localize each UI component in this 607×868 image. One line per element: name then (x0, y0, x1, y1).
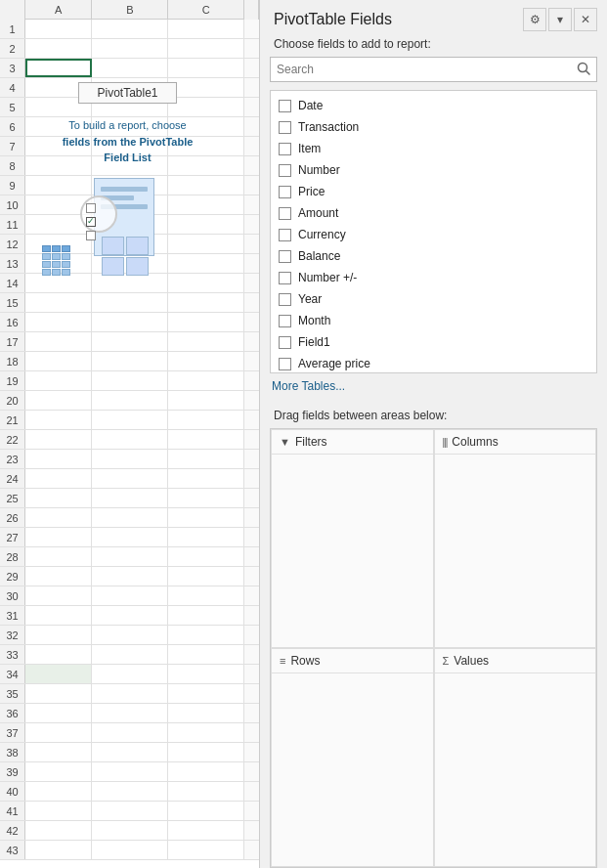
pivot-placeholder: PivotTable1 To build a report, choose fi… (32, 82, 223, 276)
close-button[interactable]: ✕ (574, 8, 597, 31)
field-item-field1[interactable]: Field1 (271, 331, 596, 353)
search-box[interactable] (270, 57, 597, 82)
field-item-amount[interactable]: Amount (271, 202, 596, 224)
table-row[interactable]: 35 (0, 684, 259, 704)
dropdown-button[interactable]: ▾ (548, 8, 572, 31)
table-row[interactable]: 39 (0, 762, 259, 782)
gear-icon: ⚙ (530, 13, 541, 26)
table-row[interactable]: 29 (0, 567, 259, 586)
field-item-number-+/-[interactable]: Number +/- (271, 267, 596, 288)
field-label: Number +/- (298, 271, 357, 284)
field-item-item[interactable]: Item (271, 138, 596, 159)
table-row[interactable]: 36 (0, 704, 259, 723)
field-checkbox-8[interactable] (279, 272, 291, 284)
table-row[interactable]: 14 (0, 274, 259, 293)
table-row[interactable]: 1 (0, 20, 259, 39)
field-checkbox-4[interactable] (279, 186, 291, 198)
table-row[interactable]: 38 (0, 743, 259, 762)
field-checkbox-10[interactable] (279, 315, 291, 327)
field-item-month[interactable]: Month (271, 310, 596, 331)
field-label: Currency (298, 228, 346, 241)
table-row[interactable]: 40 (0, 782, 259, 802)
table-row[interactable]: 21 (0, 411, 259, 430)
table-row[interactable]: 31 (0, 606, 259, 626)
columns-content[interactable] (435, 455, 596, 647)
svg-line-1 (586, 70, 590, 74)
table-row[interactable]: 19 (0, 371, 259, 391)
rows-content[interactable] (272, 673, 433, 866)
table-row[interactable]: 33 (0, 645, 259, 665)
field-label: Price (298, 185, 325, 198)
more-tables-link[interactable]: More Tables... (260, 373, 607, 399)
table-row[interactable]: 3 (0, 59, 259, 78)
search-input[interactable] (277, 63, 577, 76)
rows-icon: ≡ (280, 655, 285, 667)
table-row[interactable]: 16 (0, 313, 259, 332)
col-header-b[interactable]: B (92, 0, 168, 20)
table-row[interactable]: 24 (0, 469, 259, 489)
field-item-currency[interactable]: Currency (271, 224, 596, 245)
field-label: Transaction (298, 120, 359, 134)
values-area[interactable]: Σ Values (434, 648, 597, 867)
field-item-number[interactable]: Number (271, 159, 596, 181)
table-row[interactable]: 43 (0, 841, 259, 860)
table-row[interactable]: 25 (0, 489, 259, 508)
pivot-illustration: ✓ (42, 178, 223, 276)
table-row[interactable]: 26 (0, 508, 259, 528)
table-row[interactable]: 37 (0, 723, 259, 743)
table-row[interactable]: 30 (0, 586, 259, 606)
values-content[interactable] (435, 673, 596, 866)
field-checkbox-12[interactable] (279, 358, 291, 370)
field-checkbox-3[interactable] (279, 164, 291, 177)
table-row[interactable]: 28 (0, 547, 259, 567)
table-row[interactable]: 42 (0, 821, 259, 841)
field-item-date[interactable]: Date (271, 95, 596, 116)
table-row[interactable]: 27 (0, 528, 259, 547)
field-checkbox-1[interactable] (279, 121, 291, 134)
field-checkbox-0[interactable] (279, 100, 291, 112)
table-row[interactable]: 17 (0, 332, 259, 352)
table-row[interactable]: 23 (0, 450, 259, 469)
pivot-title: PivotTable1 (78, 82, 176, 104)
table-row[interactable]: 34 (0, 665, 259, 684)
field-item-transaction[interactable]: Transaction (271, 116, 596, 138)
col-header-scroll (244, 0, 259, 20)
field-item-price[interactable]: Price (271, 181, 596, 202)
rows-header: ≡ Rows (272, 649, 433, 673)
filter-icon: ▼ (280, 436, 290, 448)
col-header-a[interactable]: A (25, 0, 92, 20)
field-label: Average price (298, 357, 370, 370)
filters-header: ▼ Filters (272, 430, 433, 455)
column-headers: A B C (0, 0, 259, 20)
field-item-year[interactable]: Year (271, 288, 596, 310)
field-item-balance[interactable]: Balance (271, 245, 596, 267)
columns-area[interactable]: ||| Columns (434, 429, 597, 648)
filters-content[interactable] (272, 455, 433, 647)
field-checkbox-6[interactable] (279, 229, 291, 241)
table-row[interactable]: 22 (0, 430, 259, 450)
panel-title: PivotTable Fields (274, 11, 392, 28)
rows-area-drop[interactable]: ≡ Rows (271, 648, 434, 867)
filters-area[interactable]: ▼ Filters (271, 429, 434, 648)
table-row[interactable]: 20 (0, 391, 259, 411)
table-row[interactable]: 15 (0, 293, 259, 313)
table-row[interactable]: 2 (0, 39, 259, 59)
field-checkbox-7[interactable] (279, 250, 291, 263)
table-row[interactable]: 18 (0, 352, 259, 371)
fields-list: DateTransactionItemNumberPriceAmountCurr… (270, 90, 597, 373)
table-row[interactable]: 41 (0, 802, 259, 821)
field-label: Field1 (298, 335, 330, 349)
field-checkbox-9[interactable] (279, 293, 291, 306)
panel-header-icons: ⚙ ▾ ✕ (523, 8, 597, 31)
field-label: Balance (298, 249, 340, 263)
col-header-c[interactable]: C (168, 0, 244, 20)
gear-button[interactable]: ⚙ (523, 8, 546, 31)
panel-subtitle: Choose fields to add to report: (260, 37, 607, 57)
table-row[interactable]: 32 (0, 626, 259, 645)
field-checkbox-5[interactable] (279, 207, 291, 220)
field-item-average-price[interactable]: Average price (271, 353, 596, 373)
values-icon: Σ (443, 655, 450, 667)
field-checkbox-2[interactable] (279, 143, 291, 155)
pivot-instruction: To build a report, choose fields from th… (32, 117, 223, 166)
field-checkbox-11[interactable] (279, 336, 291, 349)
